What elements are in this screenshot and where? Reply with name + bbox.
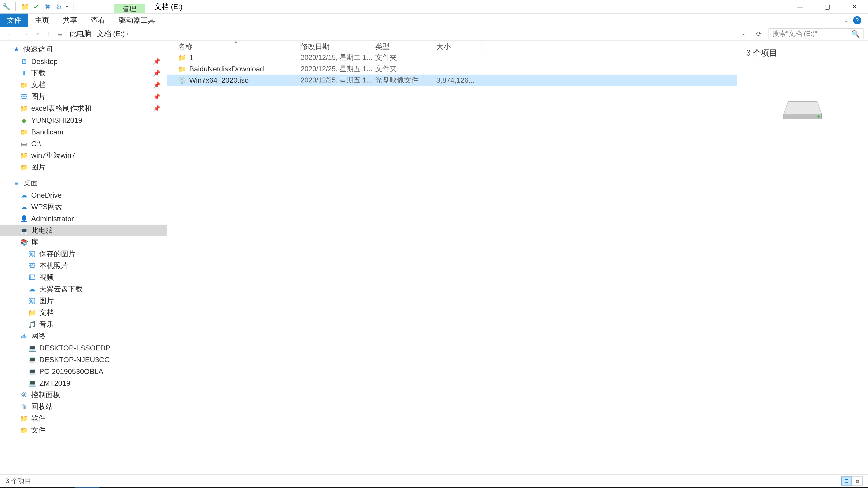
pictures-icon: 🖼 xyxy=(20,93,28,101)
file-row[interactable]: 💿Win7x64_2020.iso2020/12/25, 星期五 1...光盘映… xyxy=(167,74,737,86)
pictures-icon: 🖼 xyxy=(28,297,36,305)
nav-files[interactable]: 📁文件 xyxy=(0,424,167,436)
pc-icon: 💻 xyxy=(20,227,28,234)
file-type: 光盘映像文件 xyxy=(375,75,436,85)
nav-net-pc2[interactable]: 💻DESKTOP-NJEU3CG xyxy=(0,354,167,365)
nav-net-pc4[interactable]: 💻ZMT2019 xyxy=(0,377,167,389)
start-button[interactable]: ⊞ xyxy=(0,487,25,488)
context-tab-manage[interactable]: 管理 xyxy=(114,4,145,13)
forward-button[interactable]: → xyxy=(20,30,31,38)
nav-onedrive[interactable]: ☁OneDrive xyxy=(0,189,167,201)
nav-videos[interactable]: 🎞视频 xyxy=(0,271,167,283)
nav-yunqishi[interactable]: ◆YUNQISHI2019 xyxy=(0,114,167,126)
nav-quick-access[interactable]: ★快速访问 xyxy=(0,43,167,56)
back-button[interactable]: ← xyxy=(4,30,16,38)
nav-network[interactable]: 🖧网络 xyxy=(0,330,167,342)
address-dropdown-icon[interactable]: ⌄ xyxy=(739,31,749,37)
search-button[interactable]: 🔍 xyxy=(25,487,50,488)
nav-administrator[interactable]: 👤Administrator xyxy=(0,213,167,225)
pin-icon: 📌 xyxy=(153,82,160,89)
folder-icon[interactable]: 📁 xyxy=(21,3,29,11)
address-bar: ← → ▾ ↑ 🖴 › 此电脑 › 文档 (E:) › ⌄ ⟳ 搜索"文档 (E… xyxy=(0,27,868,41)
close-button[interactable]: ✕ xyxy=(841,0,868,13)
nav-lib-pictures[interactable]: 🖼图片 xyxy=(0,295,167,307)
nav-control-panel[interactable]: 🛠控制面板 xyxy=(0,389,167,401)
nav-desktop[interactable]: 🖥Desktop📌 xyxy=(0,56,167,67)
nav-libraries[interactable]: 📚库 xyxy=(0,236,167,248)
search-input[interactable]: 搜索"文档 (E:)" 🔍 xyxy=(769,29,864,39)
maximize-button[interactable]: ▢ xyxy=(814,0,841,13)
separator xyxy=(73,2,73,11)
nav-documents[interactable]: 📁文档📌 xyxy=(0,79,167,91)
network-icon: 🖧 xyxy=(20,332,28,340)
chevron-right-icon: › xyxy=(66,31,68,37)
crumb-root[interactable]: 此电脑 xyxy=(70,29,91,39)
help-icon[interactable]: ? xyxy=(853,16,861,24)
file-row[interactable]: 📁12020/12/15, 星期二 1...文件夹 xyxy=(167,52,737,63)
file-list[interactable]: ▲名称 修改日期 类型 大小 📁12020/12/15, 星期二 1...文件夹… xyxy=(167,41,737,475)
nav-win7-reinstall[interactable]: 📁win7重装win7 xyxy=(0,150,167,161)
folder-icon: 📁 xyxy=(178,65,186,73)
nav-lib-documents[interactable]: 📁文档 xyxy=(0,307,167,319)
nav-excel-folder[interactable]: 📁excel表格制作求和📌 xyxy=(0,103,167,114)
column-size[interactable]: 大小 xyxy=(436,42,482,51)
nav-desktop-root[interactable]: 🖥桌面 xyxy=(0,177,167,189)
title-tabs: 管理 xyxy=(114,0,145,13)
download-icon: ⬇ xyxy=(20,70,28,77)
nav-net-pc3[interactable]: 💻PC-20190530OBLA xyxy=(0,365,167,377)
file-explorer-taskbar[interactable]: 📁 xyxy=(74,487,99,488)
pictures-icon: 🖼 xyxy=(28,250,36,258)
preview-pane: 3 个项目 xyxy=(737,41,868,475)
properties-icon[interactable]: 🔧 xyxy=(2,3,10,11)
up-button[interactable]: ↑ xyxy=(45,30,53,38)
nav-saved-pictures[interactable]: 🖼保存的图片 xyxy=(0,248,167,260)
breadcrumb[interactable]: 🖴 › 此电脑 › 文档 (E:) › xyxy=(56,29,128,39)
ribbon-tab-drive-tools[interactable]: 驱动器工具 xyxy=(112,13,162,27)
music-icon: 🎵 xyxy=(28,321,36,328)
folder-icon: 📁 xyxy=(20,427,28,434)
minimize-button[interactable]: — xyxy=(786,0,814,13)
file-type: 文件夹 xyxy=(375,64,436,74)
nav-software[interactable]: 📁软件 xyxy=(0,413,167,424)
gear-icon[interactable]: ⚙ xyxy=(55,3,63,11)
file-date: 2020/12/25, 星期五 1... xyxy=(301,75,375,85)
nav-bandicam[interactable]: 📁Bandicam xyxy=(0,126,167,138)
expand-ribbon-icon[interactable]: ⌄ xyxy=(844,17,848,24)
ribbon-tab-file[interactable]: 文件 xyxy=(0,13,28,27)
x-icon[interactable]: ✖ xyxy=(43,3,52,11)
ribbon-tab-share[interactable]: 共享 xyxy=(56,13,84,27)
crumb-current[interactable]: 文档 (E:) xyxy=(97,29,125,39)
nav-net-pc1[interactable]: 💻DESKTOP-LSSOEDP xyxy=(0,342,167,354)
check-icon[interactable]: ✔ xyxy=(32,3,40,11)
nav-this-pc[interactable]: 💻此电脑 xyxy=(0,225,167,236)
file-row[interactable]: 📁BaiduNetdiskDownload2020/12/25, 星期五 1..… xyxy=(167,63,737,74)
control-panel-icon: 🛠 xyxy=(20,391,28,399)
icons-view-button[interactable]: ▦ xyxy=(852,477,863,486)
nav-recycle-bin[interactable]: 🗑回收站 xyxy=(0,401,167,413)
file-name: BaiduNetdiskDownload xyxy=(189,65,264,73)
pictures-icon: 🖼 xyxy=(28,262,36,269)
nav-camera-roll[interactable]: 🖼本机照片 xyxy=(0,260,167,271)
recent-dropdown-icon[interactable]: ▾ xyxy=(34,31,41,37)
nav-pictures2[interactable]: 📁图片 xyxy=(0,161,167,173)
nav-downloads[interactable]: ⬇下载📌 xyxy=(0,67,167,79)
column-type[interactable]: 类型 xyxy=(375,42,436,51)
nav-tianyi[interactable]: ☁天翼云盘下载 xyxy=(0,283,167,295)
nav-wps[interactable]: ☁WPS网盘 xyxy=(0,201,167,213)
task-view-button[interactable]: ⧉ xyxy=(50,487,74,488)
nav-pictures[interactable]: 🖼图片📌 xyxy=(0,91,167,103)
ribbon-tab-home[interactable]: 主页 xyxy=(28,13,56,27)
ribbon-tab-view[interactable]: 查看 xyxy=(84,13,112,27)
chevron-right-icon: › xyxy=(93,31,95,37)
nav-g-drive[interactable]: 🖴G:\ xyxy=(0,138,167,150)
navigation-pane: ★快速访问 🖥Desktop📌 ⬇下载📌 📁文档📌 🖼图片📌 📁excel表格制… xyxy=(0,41,167,475)
chevron-down-icon[interactable]: ▾ xyxy=(66,4,68,9)
desktop-icon: 🖥 xyxy=(12,180,20,187)
column-date[interactable]: 修改日期 xyxy=(301,42,375,51)
nav-lib-music[interactable]: 🎵音乐 xyxy=(0,319,167,330)
refresh-button[interactable]: ⟳ xyxy=(753,30,765,38)
file-size: 3,874,126... xyxy=(436,76,482,85)
library-icon: 📚 xyxy=(20,238,28,246)
details-view-button[interactable]: ☰ xyxy=(841,477,852,486)
column-name[interactable]: ▲名称 xyxy=(167,42,301,51)
